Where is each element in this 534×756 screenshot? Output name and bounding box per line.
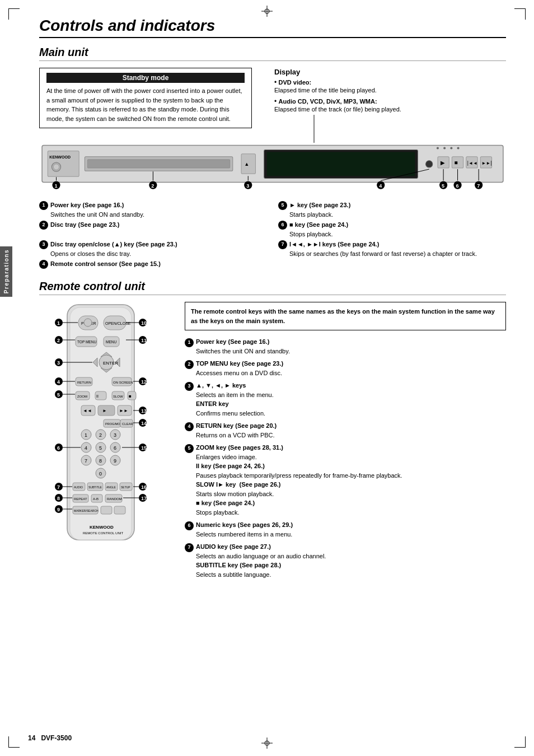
r-callout-num-3: 3 <box>185 382 194 391</box>
remote-callout-1: 1 Power key (See page 16.) Switches the … <box>185 337 506 356</box>
svg-text:10: 10 <box>141 320 147 326</box>
svg-text:1: 1 <box>57 320 60 326</box>
svg-text:◄◄: ◄◄ <box>83 408 92 413</box>
svg-text:4: 4 <box>57 379 60 385</box>
callout-text-7: I◄◄, ►►I keys (See page 24.)Skips or sea… <box>289 240 477 258</box>
svg-text:17: 17 <box>141 496 147 501</box>
svg-text:2: 2 <box>99 432 102 438</box>
display-item-1-label: DVD video: <box>279 79 312 86</box>
svg-text:MARKER/SEARCH: MARKER/SEARCH <box>74 509 99 512</box>
svg-text:ANGLE: ANGLE <box>106 486 116 489</box>
callout-text-3: Disc tray open/close (▲) key (See page 2… <box>50 240 177 258</box>
svg-point-26 <box>450 147 452 149</box>
svg-text:KENWOOD: KENWOOD <box>90 525 114 530</box>
display-item-1-text: Elapsed time of the title being played. <box>274 87 377 94</box>
corner-mark-tr <box>514 8 526 20</box>
callout-num-4: 4 <box>39 260 48 269</box>
r-callout-text-6: Numeric keys (See pages 26, 29.) Selects… <box>196 520 293 539</box>
main-unit-section: Main unit Standby mode At the time of po… <box>39 46 506 269</box>
remote-callout-7: 7 AUDIO key (See page 27.) Selects an au… <box>185 542 506 579</box>
svg-text:5: 5 <box>99 445 102 451</box>
remote-unit-section: Remote control unit POWER OPEN/CLOSE TOP… <box>39 280 506 582</box>
callout-num-1: 1 <box>39 201 48 210</box>
r-callout-text-7: AUDIO key (See page 27.) Selects an audi… <box>196 542 326 579</box>
svg-text:6: 6 <box>57 445 60 451</box>
svg-text:16: 16 <box>141 484 147 490</box>
callout-2: 2 Disc tray (See page 23.) <box>39 220 267 239</box>
r-callout-num-2: 2 <box>185 360 194 369</box>
callout-1: 1 Power key (See page 16.)Switches the u… <box>39 200 267 219</box>
svg-point-8 <box>53 164 59 170</box>
svg-text:ON SCREEN: ON SCREEN <box>113 381 133 384</box>
svg-text:7: 7 <box>477 183 480 189</box>
callout-text-5: ► key (See page 23.)Starts playback. <box>289 200 350 219</box>
display-item-2-label: Audio CD, VCD, DivX, MP3, WMA: <box>279 98 377 105</box>
svg-text:■: ■ <box>454 160 457 166</box>
svg-text:CLEAR: CLEAR <box>122 422 134 426</box>
main-unit-top: Standby mode At the time of power off wi… <box>39 68 506 128</box>
svg-text:TOP MENU: TOP MENU <box>77 340 96 344</box>
page-title: Controls and indicators <box>39 17 506 38</box>
callout-text-2: Disc tray (See page 23.) <box>50 220 120 230</box>
r-callout-num-7: 7 <box>185 543 194 552</box>
corner-mark-tl <box>8 8 20 20</box>
remote-callout-5: 5 ZOOM key (See pages 28, 31.) Enlarges … <box>185 443 506 517</box>
svg-text:1: 1 <box>54 183 57 189</box>
svg-text:OPEN/CLOSE: OPEN/CLOSE <box>105 321 131 325</box>
r-callout-text-2: TOP MENU key (See page 23.) Accesses men… <box>196 359 283 377</box>
svg-text:AUDIO: AUDIO <box>74 486 83 489</box>
svg-text:2: 2 <box>151 183 154 189</box>
remote-unit-heading: Remote control unit <box>39 280 506 295</box>
svg-text:3: 3 <box>57 360 60 366</box>
svg-text:SETUP: SETUP <box>121 486 130 489</box>
svg-rect-124 <box>101 506 112 514</box>
r-callout-text-1: Power key (See page 16.) Switches the un… <box>196 337 290 356</box>
device-diagram-svg: KENWOOD ▲ ▶ ■ |◄◄ ►►| <box>39 137 506 193</box>
svg-text:MENU: MENU <box>106 340 116 344</box>
r-callout-num-1: 1 <box>185 338 194 347</box>
svg-text:KENWOOD: KENWOOD <box>49 155 71 160</box>
remote-callouts: 1 Power key (See page 16.) Switches the … <box>185 337 506 579</box>
remote-section-layout: POWER OPEN/CLOSE TOP MENU MENU ENTER <box>39 302 506 582</box>
page-model: DVF-3500 <box>41 734 72 742</box>
remote-callout-6: 6 Numeric keys (See pages 26, 29.) Selec… <box>185 520 506 539</box>
svg-text:4: 4 <box>85 445 87 451</box>
svg-text:3: 3 <box>114 432 116 438</box>
display-item-2: Audio CD, VCD, DivX, MP3, WMA: Elapsed t… <box>274 97 506 113</box>
svg-text:5: 5 <box>57 392 60 398</box>
svg-text:9: 9 <box>114 458 116 464</box>
main-unit-diagram: KENWOOD ▲ ▶ ■ |◄◄ ►►| <box>39 137 506 195</box>
svg-rect-14 <box>267 152 415 176</box>
remote-callout-4: 4 RETURN key (See page 20.) Returns on a… <box>185 421 506 440</box>
main-unit-heading: Main unit <box>39 46 506 61</box>
r-callout-text-4: RETURN key (See page 20.) Returns on a V… <box>196 421 277 440</box>
display-title: Display <box>274 68 506 76</box>
svg-text:0: 0 <box>99 471 102 477</box>
svg-text:7: 7 <box>57 484 60 490</box>
svg-point-27 <box>457 147 460 149</box>
r-callout-num-6: 6 <box>185 521 194 530</box>
svg-text:RETURN: RETURN <box>77 381 91 384</box>
svg-text:2: 2 <box>57 338 60 343</box>
svg-rect-10 <box>87 160 229 168</box>
svg-text:►: ► <box>102 408 107 413</box>
callout-7: 7 I◄◄, ►►I keys (See page 24.)Skips or s… <box>278 240 506 258</box>
svg-text:7: 7 <box>85 458 87 464</box>
svg-point-53 <box>84 319 92 326</box>
callout-num-6: 6 <box>278 221 287 230</box>
callout-num-5: 5 <box>278 201 287 210</box>
svg-text:8: 8 <box>57 496 60 501</box>
center-bottom-mark <box>261 738 273 750</box>
svg-text:■: ■ <box>129 394 132 399</box>
display-item-1: DVD video: Elapsed time of the title bei… <box>274 78 506 94</box>
display-list: DVD video: Elapsed time of the title bei… <box>274 78 506 113</box>
notice-box: The remote control keys with the same na… <box>185 302 506 330</box>
svg-text:6: 6 <box>456 183 458 189</box>
callout-6: 6 ■ key (See page 24.)Stops playback. <box>278 220 506 239</box>
sidebar-label: Preparations <box>3 249 10 293</box>
svg-text:12: 12 <box>141 379 147 385</box>
callout-3: 3 Disc tray open/close (▲) key (See page… <box>39 240 267 258</box>
svg-text:5: 5 <box>442 183 444 189</box>
display-item-2-text: Elapsed time of the track (or file) bein… <box>274 106 401 113</box>
svg-point-24 <box>437 147 439 149</box>
